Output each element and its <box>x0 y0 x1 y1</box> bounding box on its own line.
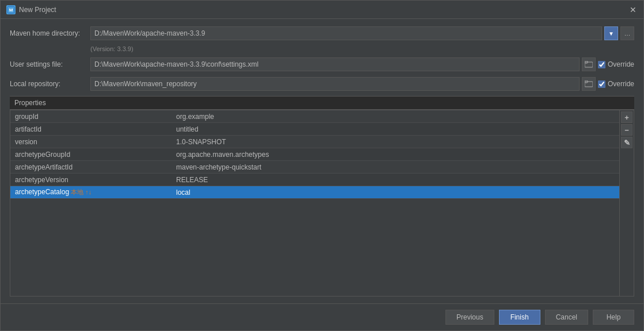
finish-button[interactable]: Finish <box>499 310 540 325</box>
prop-key: archetypeGroupId <box>10 151 172 159</box>
prop-value: 1.0-SNAPSHOT <box>172 138 619 146</box>
maven-home-field[interactable] <box>90 26 602 40</box>
maven-home-label: Maven home directory: <box>10 29 90 37</box>
properties-table: groupIdorg.exampleartifactIduntitledvers… <box>10 110 620 297</box>
dialog: M New Project ✕ Maven home directory: ▼ … <box>0 0 644 331</box>
prop-key: version <box>10 138 172 146</box>
prop-key: archetypeCatalog 本地 ↑↓ <box>10 188 172 197</box>
local-repo-browse-btn[interactable] <box>582 77 596 91</box>
prop-value: maven-archetype-quickstart <box>172 163 619 171</box>
edit-property-button[interactable]: ✎ <box>621 137 632 148</box>
close-button[interactable]: ✕ <box>628 5 638 14</box>
dialog-title: New Project <box>19 6 56 14</box>
app-icon: M <box>6 5 16 14</box>
maven-home-row: Maven home directory: ▼ … <box>10 26 634 41</box>
table-row[interactable]: artifactIduntitled <box>10 123 619 136</box>
prop-value: RELEASE <box>172 176 619 184</box>
remove-property-button[interactable]: − <box>621 124 632 136</box>
svg-rect-2 <box>585 62 593 67</box>
local-repo-label: Local repository: <box>10 80 90 88</box>
local-repo-input-area: Override <box>90 77 634 91</box>
maven-home-input-area: ▼ … <box>90 26 634 40</box>
table-row[interactable]: archetypeCatalog 本地 ↑↓local <box>10 186 619 199</box>
properties-content: groupIdorg.exampleartifactIduntitledvers… <box>10 110 634 297</box>
prop-key-highlight: 本地 ↑↓ <box>69 188 92 195</box>
prop-value: org.example <box>172 113 619 121</box>
local-repo-row: Local repository: Override <box>10 76 634 91</box>
properties-section: Properties groupIdorg.exampleartifactIdu… <box>10 96 634 297</box>
prop-key: archetypeArtifactId <box>10 163 172 171</box>
title-bar: M New Project ✕ <box>1 1 643 19</box>
svg-rect-4 <box>585 82 593 87</box>
svg-text:M: M <box>9 7 13 13</box>
prop-key: groupId <box>10 113 172 121</box>
table-row[interactable]: archetypeVersionRELEASE <box>10 174 619 186</box>
properties-header: Properties <box>10 96 634 110</box>
user-settings-row: User settings file: Override <box>10 57 634 72</box>
table-row[interactable]: groupIdorg.example <box>10 110 619 123</box>
table-actions: + − ✎ <box>620 110 634 297</box>
help-button[interactable]: Help <box>593 310 634 325</box>
prop-value: untitled <box>172 125 619 133</box>
user-settings-override-area: Override <box>598 60 634 68</box>
table-row[interactable]: archetypeGroupIdorg.apache.maven.archety… <box>10 148 619 161</box>
table-row[interactable]: version1.0-SNAPSHOT <box>10 136 619 148</box>
user-settings-label: User settings file: <box>10 60 90 68</box>
maven-home-dropdown-btn[interactable]: ▼ <box>604 26 618 40</box>
footer: Previous Finish Cancel Help <box>1 303 643 330</box>
prop-value: local <box>172 188 619 197</box>
title-bar-left: M New Project <box>6 5 56 14</box>
prop-key: archetypeVersion <box>10 176 172 184</box>
maven-version-note: (Version: 3.3.9) <box>90 45 634 52</box>
local-repo-field[interactable] <box>90 77 580 91</box>
user-settings-browse-btn[interactable] <box>582 57 596 71</box>
local-repo-override-label[interactable]: Override <box>608 80 634 88</box>
add-property-button[interactable]: + <box>621 111 632 123</box>
local-repo-override-area: Override <box>598 80 634 88</box>
prop-key: artifactId <box>10 125 172 133</box>
user-settings-override-checkbox[interactable] <box>598 61 605 68</box>
user-settings-override-label[interactable]: Override <box>608 60 634 68</box>
dialog-content: Maven home directory: ▼ … (Version: 3.3.… <box>1 19 643 303</box>
user-settings-field[interactable] <box>90 57 580 71</box>
previous-button[interactable]: Previous <box>445 310 494 325</box>
properties-rows-container: groupIdorg.exampleartifactIduntitledvers… <box>10 110 619 199</box>
table-row[interactable]: archetypeArtifactIdmaven-archetype-quick… <box>10 161 619 174</box>
prop-value: org.apache.maven.archetypes <box>172 151 619 159</box>
user-settings-input-area: Override <box>90 57 634 71</box>
cancel-button[interactable]: Cancel <box>545 310 588 325</box>
local-repo-override-checkbox[interactable] <box>598 80 605 88</box>
maven-home-more-btn[interactable]: … <box>620 26 634 40</box>
